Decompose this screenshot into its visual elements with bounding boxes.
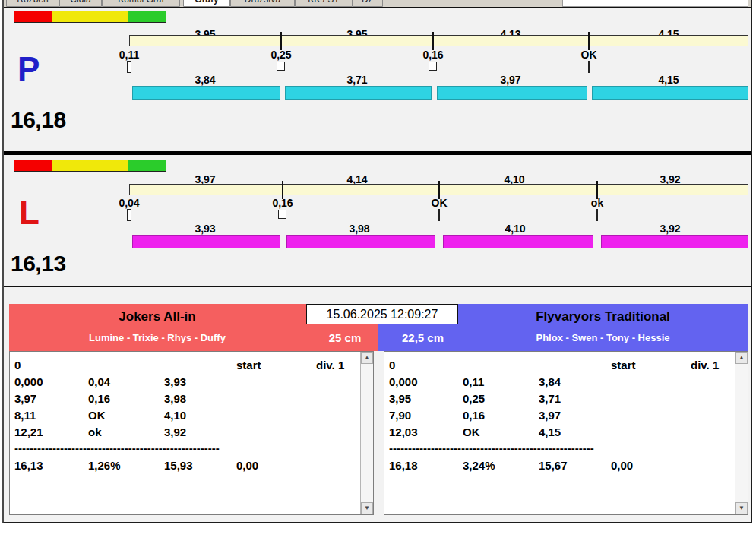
- cell: 15,93: [164, 458, 236, 475]
- cell: 12,21: [14, 425, 88, 441]
- cell: 0,00: [611, 458, 691, 475]
- team-name: Flyvaryors Traditional: [457, 309, 748, 324]
- cell: 0,16: [463, 408, 539, 425]
- app-window: Rozběh Čidla Kombi Graf Grafy Družstva K…: [2, 0, 752, 523]
- status-light-yellow: [52, 160, 90, 172]
- cell: 3,98: [164, 391, 236, 408]
- lane-total-time: 16,13: [11, 251, 66, 277]
- team-lineup: Lumine - Trixie - Rhys - Duffy: [9, 332, 305, 343]
- cell: [539, 358, 611, 375]
- cell: 3,92: [164, 425, 236, 441]
- dog-time: 3,98: [329, 223, 390, 235]
- table-totals-row: 16,13 1,26% 15,93 0,00: [10, 458, 373, 475]
- table-row: 0,000 0,04 3,93: [10, 375, 373, 391]
- cell: 0,000: [389, 375, 463, 391]
- cell: [463, 358, 539, 375]
- tab-kombi-graf[interactable]: Kombi Graf: [102, 0, 180, 7]
- header-white-panel: [562, 0, 748, 7]
- run-segment-bar: [285, 86, 432, 100]
- status-light-red: [14, 11, 52, 23]
- lane-letter: L: [19, 196, 40, 229]
- tab-kk-st[interactable]: KK / ST: [295, 0, 353, 7]
- jump-height: 25 cm: [312, 331, 378, 344]
- crossing-indicator: [438, 209, 440, 221]
- cell: 0: [14, 358, 88, 375]
- run-segment-bar: [601, 235, 748, 248]
- cell: OK: [88, 408, 164, 425]
- crossing-time: 0,16: [260, 197, 305, 209]
- scroll-up-icon[interactable]: ▲: [735, 352, 748, 364]
- cell: 12,03: [389, 425, 463, 441]
- status-light-yellow2: [90, 11, 128, 23]
- crossing-time: 0,16: [410, 49, 456, 61]
- dog-time: 3,97: [480, 74, 541, 86]
- crossing-indicator: [278, 210, 286, 219]
- cell: 7,90: [389, 408, 463, 425]
- cell: 3,71: [539, 391, 611, 408]
- table-totals-row: 16,18 3,24% 15,67 0,00: [384, 458, 748, 475]
- scroll-down-icon[interactable]: ▼: [735, 502, 748, 514]
- cell: 1,26%: [88, 458, 164, 475]
- cell: 8,11: [14, 408, 88, 425]
- tab-rozbeh[interactable]: Rozběh: [6, 0, 59, 7]
- crossing-indicator: [127, 61, 131, 73]
- table-row: 12,03 OK 4,15: [384, 425, 748, 441]
- run-segment-bar: [286, 235, 435, 248]
- cell: 4,15: [539, 425, 611, 441]
- cell: 0: [389, 358, 463, 375]
- lane-panel-l: 3,97 4,14 4,10 3,92 0,04 0,16 OK ok 3,93…: [4, 155, 751, 286]
- cell: [164, 358, 236, 375]
- cell: 3,24%: [463, 458, 539, 475]
- cell: 3,93: [164, 375, 236, 391]
- crossing-time: ok: [574, 197, 620, 209]
- jump-height: 22,5 cm: [387, 331, 459, 344]
- scroll-down-icon[interactable]: ▼: [361, 502, 373, 514]
- cell: start: [611, 358, 691, 375]
- table-row: 0,000 0,11 3,84: [384, 375, 748, 391]
- table-row: 12,21 ok 3,92: [10, 425, 373, 441]
- crossing-indicator: [588, 61, 590, 73]
- cell: 4,10: [164, 408, 236, 425]
- status-light-yellow: [52, 11, 90, 23]
- cell: 3,97: [14, 391, 88, 408]
- timestamp-box: 15.06.2025 12:09:27: [306, 304, 458, 324]
- cell: 0,16: [88, 391, 164, 408]
- crossing-time: 0,11: [106, 49, 152, 61]
- scale-tick: [432, 32, 434, 50]
- cell: 0,000: [14, 375, 88, 391]
- status-light-green: [128, 160, 166, 172]
- scale-tick: [280, 32, 282, 50]
- dog-time: 4,15: [638, 74, 699, 86]
- crossing-time: 0,04: [106, 197, 152, 209]
- crossing-time: 0,25: [258, 49, 304, 61]
- table-row: 7,90 0,16 3,97: [384, 408, 748, 425]
- crossing-indicator: [596, 209, 598, 221]
- scroll-up-icon[interactable]: ▲: [361, 352, 373, 364]
- scrollbar[interactable]: ▲ ▼: [735, 352, 748, 514]
- section-divider: [4, 286, 751, 287]
- crossing-time: OK: [416, 197, 462, 209]
- cell: 0,04: [88, 375, 164, 391]
- cell: ok: [88, 425, 164, 441]
- tab-cidla[interactable]: Čidla: [59, 0, 102, 7]
- table-header-row: 0 start div. 1: [384, 358, 748, 375]
- crossing-indicator: [429, 62, 437, 71]
- team-lineup: Phlox - Swen - Tony - Hessie: [457, 332, 748, 343]
- tab-dz[interactable]: DZ: [353, 0, 383, 7]
- scale-tick: [588, 32, 590, 50]
- cell: 16,18: [389, 458, 463, 475]
- graphs-view: 3,95 3,95 4,13 4,15 0,11 0,25 0,16 OK 3,…: [4, 7, 751, 522]
- scrollbar[interactable]: ▲ ▼: [360, 352, 373, 514]
- tab-bar: Rozběh Čidla Kombi Graf Grafy Družstva K…: [4, 0, 751, 7]
- cell: 16,13: [14, 458, 88, 475]
- cell: OK: [463, 425, 539, 441]
- table-row: 8,11 OK 4,10: [10, 408, 373, 425]
- tab-druzstva[interactable]: Družstva: [230, 0, 295, 7]
- run-scale-bar: [129, 35, 748, 46]
- run-segment-bar: [437, 86, 587, 100]
- crossing-indicator: [277, 62, 285, 71]
- run-segment-bar: [592, 86, 748, 100]
- dog-time: 3,93: [175, 223, 236, 235]
- tab-grafy[interactable]: Grafy: [183, 0, 230, 7]
- table-header-row: 0 start div. 1: [10, 358, 373, 375]
